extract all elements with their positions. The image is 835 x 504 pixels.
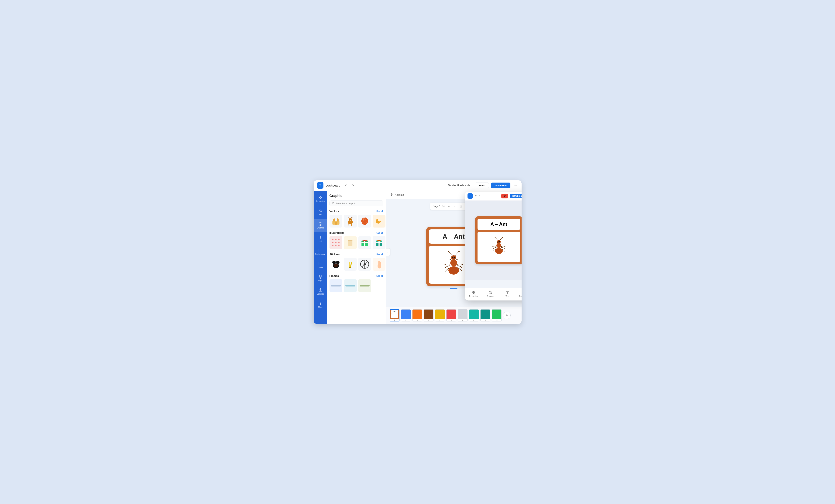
svg-line-70 xyxy=(366,265,368,267)
svg-rect-9 xyxy=(319,249,322,252)
download-button[interactable]: Download xyxy=(491,183,510,188)
undo-button[interactable]: ↶ xyxy=(344,183,348,188)
sidebar-item-templates[interactable]: Templates xyxy=(313,192,327,206)
mobile-crown-button[interactable]: ♛ xyxy=(501,194,508,198)
collapse-panel-button[interactable]: ‹ xyxy=(386,248,390,256)
page-up-button[interactable]: ▲ xyxy=(447,204,451,208)
more-options-button[interactable]: ··· xyxy=(513,183,518,188)
share-button[interactable]: Share xyxy=(475,183,489,188)
svg-rect-47 xyxy=(364,240,365,246)
svg-point-88 xyxy=(497,240,500,243)
illustrations-title: Illustrations xyxy=(329,231,344,234)
sidebar-item-graphics-label: Graphics xyxy=(317,227,324,229)
svg-point-39 xyxy=(339,242,340,243)
svg-point-30 xyxy=(350,219,351,220)
animate-icon xyxy=(391,193,394,196)
svg-point-79 xyxy=(452,256,455,259)
sticker-item-banana[interactable] xyxy=(344,258,357,271)
redo-button[interactable]: ↷ xyxy=(350,183,355,188)
thumbnail-4[interactable]: 4 xyxy=(424,309,433,321)
mobile-window: T ↶ ↷ ♛ Download ··· A – Ant xyxy=(465,192,522,300)
svg-point-84 xyxy=(454,257,455,258)
thumbnail-8[interactable]: 8 xyxy=(469,309,479,321)
thumb-num-6: 6 xyxy=(451,319,452,321)
thumbnail-1[interactable]: A-Ant 1 xyxy=(390,309,400,321)
search-input[interactable] xyxy=(336,202,381,205)
svg-point-80 xyxy=(448,251,449,252)
frames-see-all[interactable]: See all xyxy=(376,275,383,277)
sidebar-item-text[interactable]: Text xyxy=(313,232,327,245)
mobile-bar-templates-label: Templates xyxy=(469,295,478,297)
svg-point-81 xyxy=(459,251,460,252)
sidebar-item-background[interactable]: Background xyxy=(313,245,327,258)
page-down-button[interactable]: ▼ xyxy=(453,204,457,208)
sidebar-item-background-label: Background xyxy=(315,253,325,255)
vector-item-deer[interactable] xyxy=(344,215,357,228)
stickers-see-all[interactable]: See all xyxy=(376,253,383,256)
thumb-num-7: 7 xyxy=(462,319,463,321)
svg-point-40 xyxy=(332,245,333,246)
sticker-item-mickey[interactable] xyxy=(329,258,342,271)
thumb-num-8: 8 xyxy=(473,319,474,321)
thumbnail-6[interactable]: 6 xyxy=(446,309,456,321)
mobile-flashcard[interactable]: A – Ant xyxy=(475,216,522,264)
illustration-item-dots[interactable] xyxy=(329,236,342,249)
animate-button[interactable]: Animate xyxy=(389,192,406,197)
thumbnail-10[interactable]: 10 xyxy=(492,309,502,321)
frame-item-2[interactable] xyxy=(344,279,357,292)
svg-point-51 xyxy=(364,240,365,241)
svg-point-18 xyxy=(320,304,321,304)
svg-rect-74 xyxy=(345,285,355,287)
mobile-bar-background[interactable]: Background xyxy=(516,288,522,300)
thumbnail-3[interactable]: 3 xyxy=(412,309,422,321)
svg-line-72 xyxy=(362,265,364,267)
sidebar-item-tables[interactable]: Tables xyxy=(313,258,327,272)
thumbnail-5[interactable]: 5 xyxy=(435,309,445,321)
svg-rect-75 xyxy=(360,285,370,287)
thumbnail-2[interactable]: 2 xyxy=(401,309,411,321)
svg-rect-0 xyxy=(319,196,320,197)
mobile-bottom-bar: Templates Graphics Text xyxy=(465,288,522,300)
thumb-num-1: 1 xyxy=(394,319,395,321)
illustration-item-gift-green[interactable] xyxy=(358,236,371,249)
add-page-button[interactable]: ⊞ xyxy=(459,204,463,209)
sidebar-item-graphics[interactable]: Graphics xyxy=(313,219,327,232)
sticker-item-wheel[interactable] xyxy=(358,258,371,271)
mobile-bar-templates[interactable]: Templates xyxy=(465,288,482,300)
sidebar-item-uploads[interactable]: Uploads xyxy=(313,285,327,298)
vector-item-autumn-leaf[interactable] xyxy=(358,215,371,228)
thumbnail-7[interactable]: 7 xyxy=(458,309,468,321)
vectors-see-all[interactable]: See all xyxy=(376,210,383,213)
vector-item-moon[interactable] xyxy=(373,215,385,228)
svg-point-42 xyxy=(339,245,340,246)
sidebar-item-more[interactable]: More xyxy=(313,298,327,311)
add-page-button-thumbnails[interactable]: + xyxy=(503,312,511,319)
svg-line-71 xyxy=(366,261,368,263)
stickers-grid: › xyxy=(329,258,383,271)
frame-item-1[interactable] xyxy=(329,279,342,292)
svg-point-59 xyxy=(332,260,336,264)
mobile-download-button[interactable]: Download xyxy=(510,194,522,198)
svg-point-38 xyxy=(335,242,337,243)
svg-point-100 xyxy=(489,291,492,294)
sidebar-item-fill[interactable]: Fill xyxy=(313,206,327,219)
svg-point-60 xyxy=(336,260,340,264)
mobile-bar-graphics[interactable]: Graphics xyxy=(482,288,499,300)
svg-rect-3 xyxy=(321,198,322,199)
frame-item-3[interactable] xyxy=(358,279,371,292)
sidebar-item-logo[interactable]: Logo xyxy=(313,272,327,285)
illustrations-see-all[interactable]: See all xyxy=(376,231,383,234)
mobile-redo-button[interactable]: ↷ xyxy=(478,195,481,197)
illustration-item-gift-teal[interactable] xyxy=(373,236,385,249)
svg-point-35 xyxy=(335,239,337,240)
mobile-undo-button[interactable]: ↶ xyxy=(475,195,477,197)
mobile-bar-text[interactable]: Text xyxy=(499,288,516,300)
vector-item-sandcastle[interactable] xyxy=(329,215,342,228)
frames-grid xyxy=(329,279,383,292)
sticker-item-hand[interactable] xyxy=(373,258,385,271)
svg-rect-22 xyxy=(333,219,335,221)
svg-point-17 xyxy=(320,303,321,303)
illustration-item-cream[interactable] xyxy=(344,236,357,249)
thumbnail-9[interactable]: 9 xyxy=(480,309,490,321)
svg-rect-55 xyxy=(376,242,382,244)
